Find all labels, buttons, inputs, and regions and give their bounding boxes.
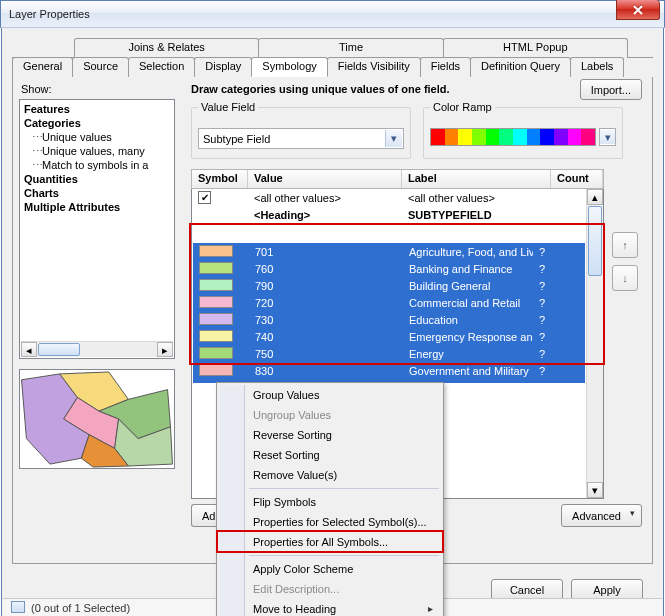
table-row[interactable]: 790Building General? <box>193 277 585 294</box>
row-all-other[interactable]: ✔ <all other values> <all other values> <box>192 189 586 206</box>
menu-item[interactable]: Properties for All Symbols... <box>219 532 441 552</box>
tab-symbology[interactable]: Symbology <box>251 57 327 77</box>
tab-html-popup[interactable]: HTML Popup <box>443 38 628 58</box>
tab-time[interactable]: Time <box>258 38 443 58</box>
table-row[interactable]: 740Emergency Response and L? <box>193 328 585 345</box>
scroll-up-icon[interactable]: ▴ <box>587 189 603 205</box>
tree-hscroll[interactable]: ◂ ▸ <box>21 341 173 357</box>
menu-item[interactable]: Move to Heading <box>219 599 441 616</box>
menu-item[interactable]: Apply Color Scheme <box>219 559 441 579</box>
tab-fields-visibility[interactable]: Fields Visibility <box>327 57 421 77</box>
table-row[interactable]: 701Agriculture, Food, and Livest? <box>193 243 585 260</box>
color-ramp-legend: Color Ramp <box>430 101 495 113</box>
import-button[interactable]: Import... <box>580 79 642 100</box>
dialog-client: Joins & Relates Time HTML Popup General … <box>1 28 664 616</box>
window-titlebar: Layer Properties <box>0 0 665 28</box>
table-row[interactable]: 730Education? <box>193 311 585 328</box>
tree-item[interactable]: Unique values <box>22 130 174 144</box>
symbology-tree[interactable]: FeaturesCategoriesUnique valuesUnique va… <box>19 99 175 359</box>
menu-item[interactable]: Reset Sorting <box>219 445 441 465</box>
window-close-button[interactable] <box>616 0 660 20</box>
grid-vscroll[interactable]: ▴ ▾ <box>586 189 603 498</box>
col-count[interactable]: Count <box>551 170 603 188</box>
tree-item[interactable]: Charts <box>22 186 174 200</box>
table-row[interactable]: 720Commercial and Retail? <box>193 294 585 311</box>
apply-button[interactable]: Apply <box>571 579 643 600</box>
menu-item: Ungroup Values <box>219 405 441 425</box>
scroll-left-icon[interactable]: ◂ <box>21 342 37 357</box>
move-down-button[interactable]: ↓ <box>612 265 638 291</box>
tab-row-1: Joins & Relates Time HTML Popup <box>12 38 653 58</box>
tree-item[interactable]: Features <box>22 102 174 116</box>
dialog-buttons: OK Cancel Apply <box>411 579 643 600</box>
value-field-legend: Value Field <box>198 101 258 113</box>
symbology-description: Draw categories using unique values of o… <box>191 83 450 95</box>
tab-selection[interactable]: Selection <box>128 57 195 77</box>
scroll-down-icon[interactable]: ▾ <box>587 482 603 498</box>
row-heading[interactable]: <Heading> SUBTYPEFIELD <box>192 206 586 223</box>
tab-source[interactable]: Source <box>72 57 129 77</box>
tab-fields[interactable]: Fields <box>420 57 471 77</box>
scroll-thumb[interactable] <box>38 343 80 356</box>
tree-item[interactable]: Categories <box>22 116 174 130</box>
col-symbol[interactable]: Symbol <box>192 170 248 188</box>
show-label: Show: <box>21 83 52 95</box>
value-field-combo[interactable]: Subtype Field ▾ <box>198 128 404 149</box>
menu-item[interactable]: Flip Symbols <box>219 492 441 512</box>
menu-item: Edit Description... <box>219 579 441 599</box>
col-value[interactable]: Value <box>248 170 402 188</box>
grid-selection[interactable]: 701Agriculture, Food, and Livest?760Bank… <box>193 243 585 383</box>
status-text: (0 out of 1 Selected) <box>31 602 130 614</box>
menu-item[interactable]: Remove Value(s) <box>219 465 441 485</box>
tab-labels[interactable]: Labels <box>570 57 624 77</box>
cancel-button[interactable]: Cancel <box>491 579 563 600</box>
tab-definition-query[interactable]: Definition Query <box>470 57 571 77</box>
color-ramp-dropdown[interactable]: ▾ <box>599 128 616 146</box>
menu-item[interactable]: Group Values <box>219 385 441 405</box>
value-field-value: Subtype Field <box>203 133 270 145</box>
close-icon <box>632 5 644 15</box>
table-row[interactable]: 830Government and Military? <box>193 362 585 379</box>
table-row[interactable]: 750Energy? <box>193 345 585 362</box>
grid-header: Symbol Value Label Count <box>191 169 604 189</box>
tab-joins-relates[interactable]: Joins & Relates <box>74 38 259 58</box>
color-ramp[interactable] <box>430 128 596 146</box>
menu-item[interactable]: Properties for Selected Symbol(s)... <box>219 512 441 532</box>
window-title: Layer Properties <box>9 8 90 20</box>
tab-display[interactable]: Display <box>194 57 252 77</box>
preview-map-icon <box>20 370 174 468</box>
move-up-button[interactable]: ↑ <box>612 232 638 258</box>
tree-item[interactable]: Quantities <box>22 172 174 186</box>
context-menu[interactable]: Group ValuesUngroup ValuesReverse Sortin… <box>216 382 444 616</box>
tree-item[interactable]: Match to symbols in a <box>22 158 174 172</box>
value-field-group: Value Field Subtype Field ▾ <box>191 107 411 159</box>
symbology-preview <box>19 369 175 469</box>
tree-item[interactable]: Multiple Attributes <box>22 200 174 214</box>
scroll-right-icon[interactable]: ▸ <box>157 342 173 357</box>
tab-row-2: General Source Selection Display Symbolo… <box>12 57 653 77</box>
col-label[interactable]: Label <box>402 170 551 188</box>
tree-item[interactable]: Unique values, many <box>22 144 174 158</box>
tab-general[interactable]: General <box>12 57 73 77</box>
scroll-thumb[interactable] <box>588 206 602 276</box>
table-row[interactable]: 760Banking and Finance? <box>193 260 585 277</box>
menu-item[interactable]: Reverse Sorting <box>219 425 441 445</box>
color-ramp-group: Color Ramp ▾ <box>423 107 623 159</box>
chevron-down-icon: ▾ <box>600 130 615 144</box>
advanced-button[interactable]: Advanced <box>561 504 642 527</box>
chevron-down-icon[interactable]: ▾ <box>385 130 402 147</box>
status-icon <box>11 601 25 613</box>
all-other-checkbox[interactable]: ✔ <box>198 191 211 204</box>
